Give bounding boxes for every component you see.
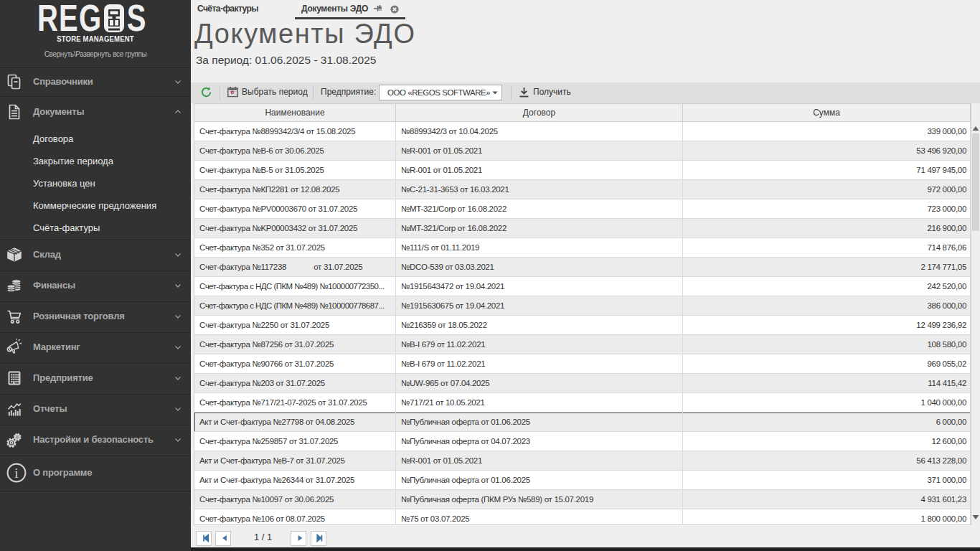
- svg-text:S: S: [127, 3, 146, 33]
- svg-text:REG: REG: [37, 3, 102, 33]
- svg-text:i: i: [14, 466, 18, 481]
